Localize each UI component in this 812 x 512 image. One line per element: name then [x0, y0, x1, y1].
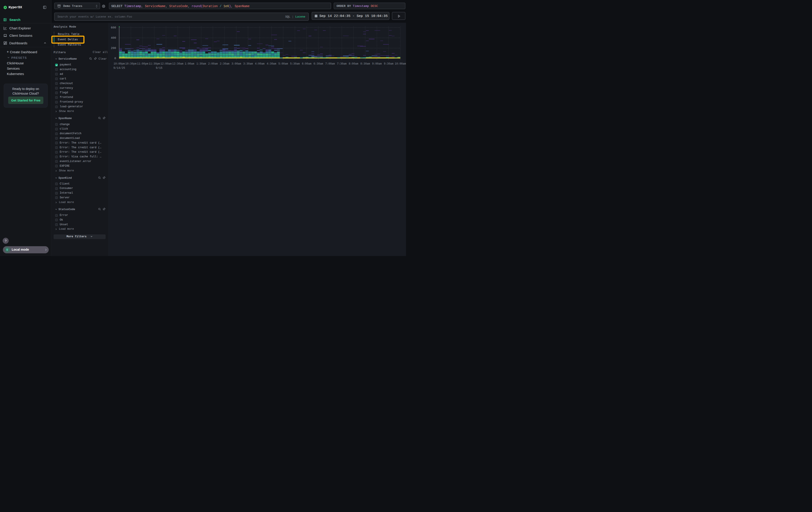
svg-text:400: 400	[111, 36, 116, 39]
svg-text:1:00am: 1:00am	[184, 62, 194, 65]
svg-text:10:30pm: 10:30pm	[125, 62, 136, 65]
svg-text:5:00am: 5:00am	[279, 62, 288, 65]
svg-text:11:00pm: 11:00pm	[137, 62, 148, 65]
svg-text:9:00am: 9:00am	[372, 62, 381, 65]
svg-text:10:00am: 10:00am	[395, 62, 406, 65]
svg-text:3:30am: 3:30am	[243, 62, 253, 65]
svg-text:8:00am: 8:00am	[349, 62, 358, 65]
svg-text:6:30am: 6:30am	[314, 62, 323, 65]
svg-text:9:30am: 9:30am	[384, 62, 393, 65]
svg-text:2:00am: 2:00am	[208, 62, 218, 65]
svg-text:1:30am: 1:30am	[196, 62, 206, 65]
svg-text:7:00am: 7:00am	[325, 62, 335, 65]
svg-text:200: 200	[111, 47, 116, 50]
svg-text:5:30am: 5:30am	[290, 62, 300, 65]
svg-text:3:00am: 3:00am	[231, 62, 241, 65]
svg-text:11:30pm: 11:30pm	[149, 62, 160, 65]
svg-text:6:00am: 6:00am	[302, 62, 311, 65]
svg-text:9/14/25: 9/14/25	[113, 66, 125, 70]
svg-text:600: 600	[111, 26, 116, 29]
svg-text:9/15: 9/15	[156, 66, 162, 70]
svg-text:10:00pm: 10:00pm	[114, 62, 125, 65]
svg-text:0: 0	[114, 57, 116, 60]
svg-text:4:00am: 4:00am	[255, 62, 265, 65]
svg-text:4:30am: 4:30am	[267, 62, 276, 65]
svg-text:8:30am: 8:30am	[360, 62, 370, 65]
svg-text:12:30am: 12:30am	[172, 62, 183, 65]
svg-text:2:30am: 2:30am	[220, 62, 229, 65]
svg-text:7:30am: 7:30am	[337, 62, 346, 65]
svg-text:12:00am: 12:00am	[161, 62, 172, 65]
